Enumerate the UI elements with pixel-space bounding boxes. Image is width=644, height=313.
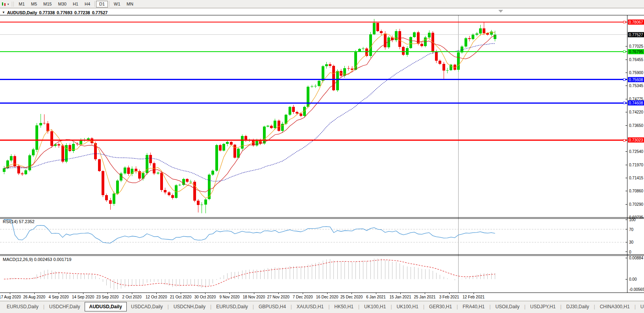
date-axis-label: 26 Aug 2020 <box>23 295 45 299</box>
rsi-indicator-label: RSI(14) 57.2352 <box>3 219 35 224</box>
tab-dj30-daily[interactable]: DJ30,Daily <box>562 302 593 311</box>
tab-fra40-h1[interactable]: FRA40,H1 <box>458 302 489 311</box>
price-badge: 0.76795 <box>628 49 644 54</box>
date-axis-label: 2 Oct 2020 <box>122 295 142 299</box>
symbol-tabbar: EURUSD,Daily|USDCHF,DailyAUDUSD,DailyUSD… <box>0 301 644 313</box>
ohlc-low: 0.77238 <box>74 10 90 15</box>
price-badge: 0.73023 <box>628 138 644 143</box>
date-axis-label: 23 Sep 2020 <box>96 295 119 299</box>
chart-symbol-label: AUDUSD,Daily <box>7 10 37 15</box>
price-axis-tick: 0.70290 <box>629 202 643 206</box>
price-axis-tick: 0.71415 <box>629 176 643 180</box>
rsi-axis-tick: 0 <box>629 250 631 254</box>
macd-axis-tick: 0.00884 <box>629 256 643 260</box>
ohlc-open: 0.77338 <box>39 10 55 15</box>
price-badge: 0.74608 <box>628 101 644 106</box>
rsi-axis-tick: 70 <box>629 227 633 231</box>
tab-usdcnh-daily[interactable]: USDCNH,Daily <box>169 302 210 311</box>
tab-usoil-h1[interactable]: USOil,H1 <box>636 302 644 311</box>
date-axis-label: 4 Sep 2020 <box>48 295 68 299</box>
chart-title: ▼ AUDUSD,Daily 0.77338 0.77693 0.77238 0… <box>2 10 107 15</box>
tab-usdjpy-h1[interactable]: USDJPY,H1 <box>526 302 560 311</box>
rsi-axis-tick: 30 <box>629 240 633 244</box>
symbol-tabs: EURUSD,Daily|USDCHF,DailyAUDUSD,DailyUSD… <box>2 302 644 311</box>
tab-usdchf-daily[interactable]: USDCHF,Daily <box>45 302 85 311</box>
date-axis-label: 12 Feb 2021 <box>463 295 485 299</box>
macd-axis-tick: 0.00 <box>629 277 637 281</box>
price-axis-tick: 0.73650 <box>629 123 643 128</box>
price-badge: 0.77527 <box>628 32 644 37</box>
price-axis-tick: 0.77025 <box>629 44 643 48</box>
date-axis-label: 17 Aug 2020 <box>0 295 21 299</box>
tab-uk100-h1[interactable]: UK100,H1 <box>392 302 423 311</box>
tab-ger30-h1[interactable]: GER30,H1 <box>425 302 456 311</box>
tab-uk100-h1[interactable]: UK100,H1 <box>360 302 390 311</box>
date-axis-label: 16 Dec 2020 <box>316 295 339 299</box>
macd-signal-value: 0.001719 <box>53 257 71 262</box>
tab-gbpusd-h4[interactable]: GBPUSD,H4 <box>254 302 290 311</box>
price-badge: 0.75608 <box>628 77 644 82</box>
date-axis-label: 25 Jan 2021 <box>414 295 435 299</box>
tab-usdcad-daily[interactable]: USDCAD,Daily <box>127 302 167 311</box>
tab-hk50-h1[interactable]: HK50,H1 <box>330 302 358 311</box>
date-axis-label: 25 Dec 2020 <box>341 295 363 299</box>
ohlc-high: 0.77693 <box>57 10 72 15</box>
tab-usoil-daily[interactable]: USOil,Daily <box>491 302 524 311</box>
price-axis-tick: 0.76455 <box>629 58 643 62</box>
tab-china300-h1[interactable]: CHINA300,H1 <box>596 302 634 311</box>
collapse-triangle-icon[interactable]: ▼ <box>2 11 5 14</box>
main-chart-canvas[interactable] <box>0 0 644 301</box>
ohlc-close: 0.77527 <box>92 10 108 15</box>
date-axis-label: 27 Nov 2020 <box>267 295 290 299</box>
tab-eurusd-daily[interactable]: EURUSD,Daily <box>212 302 252 311</box>
date-axis-label: 6 Jan 2021 <box>366 295 386 299</box>
date-axis-label: 30 Oct 2020 <box>194 295 216 299</box>
macd-indicator-label: MACD(12,26,9) 0.002453 0.001719 <box>3 257 71 262</box>
date-axis-label: 9 Nov 2020 <box>219 295 239 299</box>
date-axis-label: 21 Oct 2020 <box>170 295 191 299</box>
mt4-terminal-window: { "toolbar": { "chart_type_icon": "candl… <box>0 0 644 313</box>
date-axis-label: 15 Jan 2021 <box>389 295 411 299</box>
tab-eurusd-daily[interactable]: EURUSD,Daily <box>2 302 43 311</box>
tab-audusd-daily[interactable]: AUDUSD,Daily <box>85 302 127 311</box>
date-axis-label: 18 Nov 2020 <box>243 295 265 299</box>
date-axis-label: 12 Oct 2020 <box>146 295 167 299</box>
rsi-axis-tick: 100 <box>629 218 636 222</box>
tab-xauusd-h1[interactable]: XAUUSD,H1 <box>292 302 328 311</box>
chart-shift-marker-icon[interactable] <box>498 10 503 13</box>
price-axis-tick: 0.70860 <box>629 189 643 193</box>
date-axis-label: 3 Feb 2021 <box>439 295 459 299</box>
price-axis-tick: 0.71970 <box>629 163 643 167</box>
date-axis-label: 7 Dec 2020 <box>292 295 313 299</box>
macd-main-value: 0.002453 <box>34 257 52 262</box>
price-badge: 0.78067 <box>628 19 644 24</box>
date-axis-label: 14 Sep 2020 <box>72 295 94 299</box>
price-axis-tick: 0.74220 <box>629 110 643 114</box>
price-axis-tick: 0.75345 <box>629 84 643 88</box>
price-axis-tick: 0.75900 <box>629 71 643 75</box>
price-axis-tick: 0.72540 <box>629 149 643 154</box>
macd-axis-tick: -0.005651 <box>629 287 644 292</box>
rsi-value: 57.2352 <box>19 219 35 224</box>
